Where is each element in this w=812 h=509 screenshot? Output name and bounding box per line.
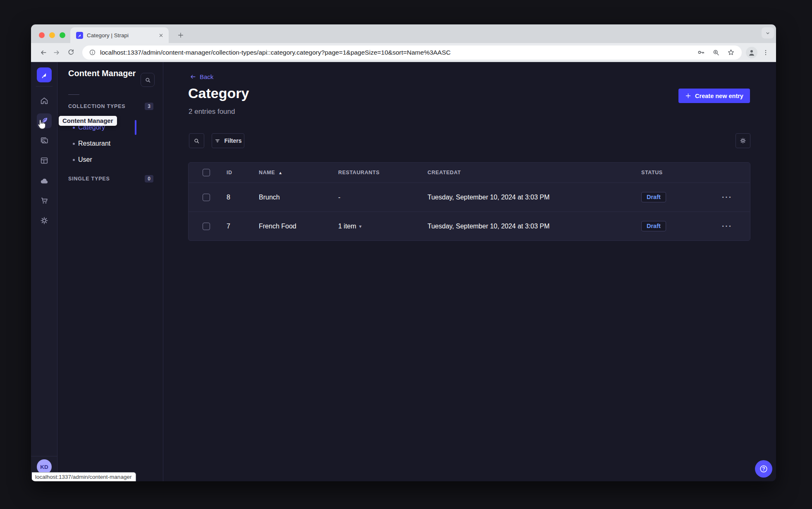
entries-count: 2 entries found (189, 108, 235, 116)
browser-tabstrip: Category | Strapi (31, 24, 776, 43)
subnav-title: Content Manager (68, 69, 136, 78)
select-all-checkbox[interactable] (203, 169, 210, 176)
rail-divider (36, 86, 53, 86)
cloud-icon[interactable] (37, 173, 52, 188)
search-icon[interactable] (189, 133, 204, 148)
single-types-count-badge: 0 (145, 175, 153, 182)
sidebar-item-user[interactable]: User (58, 153, 163, 167)
cell-createdat: Tuesday, September 10, 2024 at 3:03 PM (427, 223, 641, 230)
create-new-entry-button[interactable]: Create new entry (678, 89, 750, 103)
collection-types-label: COLLECTION TYPES (68, 103, 126, 109)
cell-restaurants[interactable]: 1 item ▾ (338, 223, 427, 230)
content-manager-tooltip: Content Manager (59, 116, 117, 126)
page-title: Category (188, 85, 249, 101)
row-actions-menu[interactable]: ··· (722, 224, 750, 228)
cell-id: 8 (227, 194, 259, 201)
active-item-indicator (135, 120, 136, 135)
status-badge: Draft (641, 192, 666, 202)
browser-toolbar: localhost:1337/admin/content-manager/col… (31, 43, 776, 62)
new-tab-button[interactable] (174, 29, 187, 41)
bullet-icon (73, 127, 75, 129)
column-header-name[interactable]: NAME ▲ (259, 170, 338, 175)
zoom-in-icon[interactable] (712, 48, 720, 57)
back-link[interactable]: Back (189, 73, 213, 80)
tab-title: Category | Strapi (87, 32, 157, 38)
browser-window: Category | Strapi localhost:1337/admin/c… (31, 24, 776, 481)
plus-icon (685, 93, 691, 99)
forward-icon[interactable] (51, 47, 62, 58)
close-window-button[interactable] (39, 32, 45, 38)
column-header-createdat[interactable]: CREATEDAT (427, 170, 641, 175)
table-row[interactable]: 8 Brunch - Tuesday, September 10, 2024 a… (189, 182, 750, 211)
password-key-icon[interactable] (697, 48, 705, 57)
sort-ascending-icon: ▲ (278, 170, 283, 175)
link-status-bubble: localhost:1337/admin/content-manager (32, 472, 136, 481)
help-button[interactable] (755, 460, 772, 478)
minimize-window-button[interactable] (49, 32, 55, 38)
address-bar[interactable]: localhost:1337/admin/content-manager/col… (82, 46, 742, 60)
tab-search-chevron-icon[interactable] (762, 27, 774, 38)
back-icon[interactable] (38, 47, 49, 58)
home-icon[interactable] (37, 93, 52, 108)
cell-name: French Food (259, 223, 338, 230)
single-types-label: SINGLE TYPES (68, 176, 110, 182)
browser-tab[interactable]: Category | Strapi (70, 27, 169, 43)
row-actions-menu[interactable]: ··· (722, 195, 750, 199)
cell-name: Brunch (259, 194, 338, 201)
search-icon[interactable] (141, 73, 155, 87)
entries-table: ID NAME ▲ RESTAURANTS CREATEDAT STATUS 8… (188, 162, 750, 241)
filter-icon (214, 137, 221, 144)
hand-cursor (37, 119, 46, 130)
browser-menu-icon[interactable] (760, 47, 771, 58)
column-header-restaurants[interactable]: RESTAURANTS (338, 170, 427, 175)
bullet-icon (73, 159, 75, 161)
collection-types-section: COLLECTION TYPES 3 (68, 102, 153, 111)
row-checkbox[interactable] (203, 194, 210, 201)
tab-close-icon[interactable] (157, 31, 165, 39)
site-info-icon[interactable] (89, 49, 96, 56)
chevron-down-icon: ▾ (359, 223, 362, 229)
view-settings-gear-icon[interactable] (736, 133, 750, 148)
browser-profile-icon[interactable] (746, 47, 757, 58)
cell-restaurants: - (338, 194, 427, 201)
reload-icon[interactable] (65, 47, 76, 58)
subnav-divider (68, 94, 79, 95)
content-type-builder-icon[interactable] (37, 153, 52, 168)
rail-divider (31, 456, 57, 456)
main-content (163, 62, 776, 481)
desktop: { "browser": { "tab_title": "Category | … (0, 0, 812, 509)
strapi-logo[interactable] (37, 67, 52, 82)
zoom-window-button[interactable] (60, 32, 65, 38)
url-text[interactable]: localhost:1337/admin/content-manager/col… (100, 49, 692, 56)
table-header-row: ID NAME ▲ RESTAURANTS CREATEDAT STATUS (189, 163, 750, 182)
sidebar-item-restaurant[interactable]: Restaurant (58, 137, 163, 151)
cell-createdat: Tuesday, September 10, 2024 at 3:03 PM (427, 194, 641, 201)
row-checkbox[interactable] (203, 223, 210, 230)
bookmark-star-icon[interactable] (727, 48, 735, 57)
filters-button[interactable]: Filters (212, 133, 244, 148)
table-row[interactable]: 7 French Food 1 item ▾ Tuesday, Septembe… (189, 211, 750, 240)
collection-types-count-badge: 3 (145, 103, 153, 110)
cell-id: 7 (227, 223, 259, 230)
marketplace-cart-icon[interactable] (37, 193, 52, 208)
single-types-section: SINGLE TYPES 0 (68, 174, 153, 183)
status-badge: Draft (641, 221, 666, 231)
settings-gear-icon[interactable] (37, 213, 52, 228)
bullet-icon (73, 143, 75, 145)
strapi-app: KD Content Manager COLLECTION TYPES 3 Ca… (31, 62, 776, 481)
column-header-id[interactable]: ID (227, 170, 259, 175)
column-header-status[interactable]: STATUS (641, 170, 722, 175)
media-library-icon[interactable] (37, 133, 52, 148)
question-mark-icon (759, 464, 769, 474)
strapi-favicon-icon (76, 32, 83, 39)
